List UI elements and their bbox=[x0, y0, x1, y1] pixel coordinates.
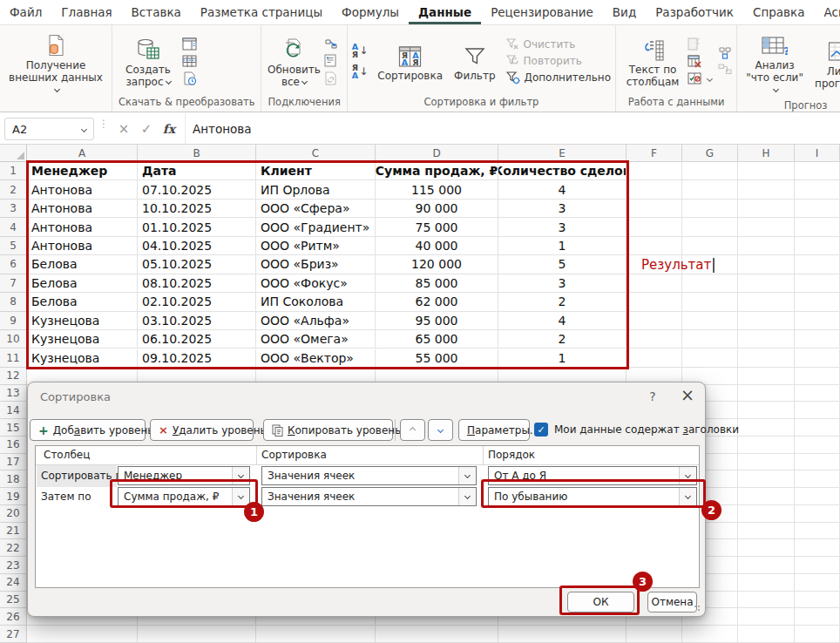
cell-I16[interactable] bbox=[795, 437, 840, 454]
cell-F11[interactable] bbox=[627, 349, 682, 368]
cell-D2[interactable]: 115 000 bbox=[376, 180, 498, 199]
cell-I19[interactable] bbox=[795, 488, 840, 505]
cell-F4[interactable] bbox=[627, 218, 682, 236]
cell-E8[interactable]: 2 bbox=[498, 293, 627, 311]
cell-H26[interactable] bbox=[738, 608, 795, 626]
confirm-entry-icon[interactable]: ✓ bbox=[136, 118, 157, 139]
column-header-D[interactable]: D bbox=[376, 145, 498, 162]
row-header-22[interactable]: 22 bbox=[0, 539, 27, 557]
cell-I22[interactable] bbox=[795, 539, 840, 557]
sort-by-order-dropdown[interactable]: От А до Я bbox=[488, 466, 697, 485]
menu-tab-2[interactable]: Вставка bbox=[122, 0, 191, 24]
cell-E3[interactable]: 3 bbox=[498, 200, 627, 218]
cancel-entry-icon[interactable]: × bbox=[113, 118, 134, 139]
cell-I11[interactable] bbox=[795, 349, 840, 368]
options-button[interactable]: Параметры... bbox=[458, 419, 530, 441]
cell-H11[interactable] bbox=[738, 349, 795, 368]
cell-D3[interactable]: 90 000 bbox=[376, 200, 498, 218]
cell-H9[interactable] bbox=[738, 312, 795, 330]
cell-C11[interactable]: ООО «Вектор» bbox=[256, 349, 376, 368]
column-header-H[interactable]: H bbox=[738, 145, 795, 162]
cell-B5[interactable]: 04.10.2025 bbox=[138, 237, 256, 255]
menu-tab-7[interactable]: Вид bbox=[603, 0, 646, 24]
cell-A6[interactable]: Белова bbox=[27, 255, 138, 274]
cell-I18[interactable] bbox=[795, 470, 840, 488]
cell-I15[interactable] bbox=[795, 419, 840, 437]
cell-E7[interactable]: 3 bbox=[498, 274, 627, 293]
cell-D27[interactable] bbox=[376, 626, 498, 643]
column-header-I[interactable]: I bbox=[795, 145, 840, 162]
get-external-data-button[interactable]: Получение внешних данных bbox=[4, 28, 107, 98]
cell-B9[interactable]: 03.10.2025 bbox=[138, 312, 256, 330]
then-by-order-dropdown[interactable]: По убыванию bbox=[488, 487, 697, 506]
cell-E2[interactable]: 4 bbox=[498, 180, 627, 199]
cell-B11[interactable]: 09.10.2025 bbox=[138, 349, 256, 368]
cell-H20[interactable] bbox=[738, 505, 795, 523]
row-header-24[interactable]: 24 bbox=[0, 574, 27, 592]
row-header-1[interactable]: 1 bbox=[0, 162, 27, 180]
cell-F8[interactable] bbox=[627, 293, 682, 311]
menu-tab-0[interactable]: Файл bbox=[0, 0, 51, 24]
row-header-13[interactable]: 13 bbox=[0, 385, 27, 403]
row-header-7[interactable]: 7 bbox=[0, 274, 27, 293]
cell-C2[interactable]: ИП Орлова bbox=[256, 180, 376, 199]
cell-C6[interactable]: ООО «Бриз» bbox=[256, 255, 376, 274]
cell-I4[interactable] bbox=[795, 218, 840, 236]
cell-I25[interactable] bbox=[795, 592, 840, 609]
menu-tab-9[interactable]: Справка bbox=[743, 0, 814, 24]
menu-tab-4[interactable]: Формулы bbox=[332, 0, 409, 24]
cell-G3[interactable] bbox=[682, 200, 738, 218]
refresh-all-button[interactable]: Обновить все bbox=[266, 32, 322, 90]
menu-tab-3[interactable]: Разметка страницы bbox=[191, 0, 332, 24]
cell-I17[interactable] bbox=[795, 454, 840, 471]
cell-I10[interactable] bbox=[795, 330, 840, 349]
menu-tab-10[interactable]: Acrobat bbox=[815, 0, 840, 24]
cell-I20[interactable] bbox=[795, 505, 840, 523]
row-header-10[interactable]: 10 bbox=[0, 330, 27, 349]
cell-H27[interactable] bbox=[738, 626, 795, 643]
menu-tab-1[interactable]: Главная bbox=[51, 0, 121, 24]
cell-C10[interactable]: ООО «Омега» bbox=[256, 330, 376, 349]
cell-C3[interactable]: ООО «Сфера» bbox=[256, 200, 376, 218]
connections-icon[interactable] bbox=[324, 37, 338, 50]
cell-D6[interactable]: 120 000 bbox=[376, 255, 498, 274]
cell-H16[interactable] bbox=[738, 437, 795, 454]
cell-F2[interactable] bbox=[627, 180, 682, 199]
ok-button[interactable]: ОК bbox=[567, 592, 634, 613]
add-level-button[interactable]: + Добавить уровень bbox=[30, 419, 146, 441]
dialog-help-icon[interactable]: ? bbox=[644, 389, 661, 403]
row-header-21[interactable]: 21 bbox=[0, 523, 27, 540]
row-header-17[interactable]: 17 bbox=[0, 454, 27, 471]
cell-D8[interactable]: 62 000 bbox=[376, 293, 498, 311]
cell-H19[interactable] bbox=[738, 488, 795, 505]
cell-G9[interactable] bbox=[682, 312, 738, 330]
headers-checkbox[interactable]: ✓ bbox=[534, 423, 548, 437]
cell-G2[interactable] bbox=[682, 180, 738, 199]
cancel-button[interactable]: Отмена bbox=[647, 592, 697, 613]
cell-B7[interactable]: 08.10.2025 bbox=[138, 274, 256, 293]
cell-E10[interactable]: 2 bbox=[498, 330, 627, 349]
cell-I3[interactable] bbox=[795, 200, 840, 218]
insert-function-icon[interactable]: fx bbox=[159, 118, 180, 139]
column-header-F[interactable]: F bbox=[627, 145, 682, 162]
cell-H10[interactable] bbox=[738, 330, 795, 349]
cell-F9[interactable] bbox=[627, 312, 682, 330]
cell-D5[interactable]: 40 000 bbox=[376, 237, 498, 255]
cell-A5[interactable]: Антонова bbox=[27, 237, 138, 255]
cell-C1[interactable]: Клиент bbox=[256, 162, 376, 180]
row-header-5[interactable]: 5 bbox=[0, 237, 27, 255]
cell-G4[interactable] bbox=[682, 218, 738, 236]
cell-I1[interactable] bbox=[795, 162, 840, 180]
filter-button[interactable]: Фильтр bbox=[450, 38, 499, 84]
cell-G7[interactable] bbox=[682, 274, 738, 293]
menu-tab-8[interactable]: Разработчик bbox=[646, 0, 743, 24]
cell-I6[interactable] bbox=[795, 255, 840, 274]
cell-H25[interactable] bbox=[738, 592, 795, 609]
cell-I21[interactable] bbox=[795, 523, 840, 540]
cell-I23[interactable] bbox=[795, 557, 840, 574]
column-header-C[interactable]: C bbox=[256, 145, 376, 162]
move-level-up-button[interactable] bbox=[400, 419, 425, 441]
consolidate-icon[interactable] bbox=[718, 47, 732, 59]
cell-D9[interactable]: 95 000 bbox=[376, 312, 498, 330]
cell-I14[interactable] bbox=[795, 402, 840, 419]
